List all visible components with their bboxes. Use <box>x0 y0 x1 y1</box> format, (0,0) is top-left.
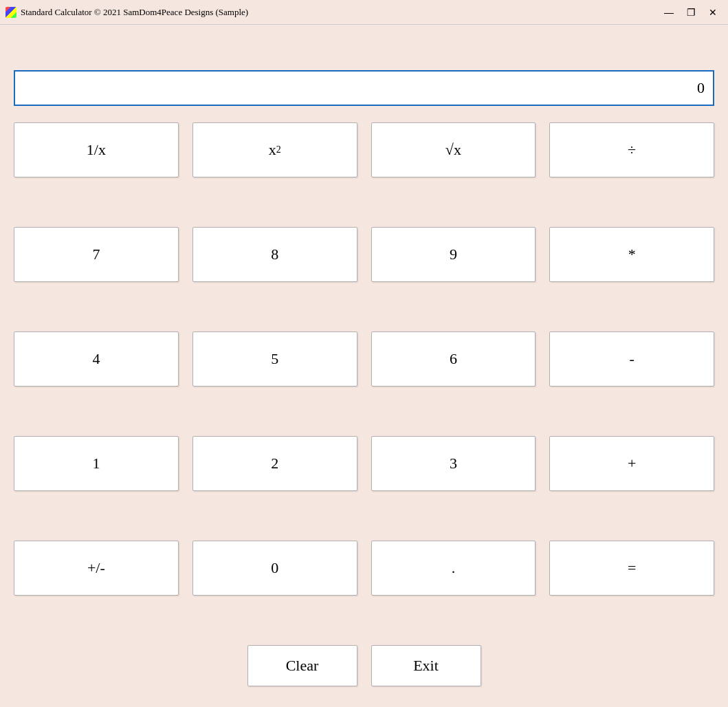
nine-button[interactable]: 9 <box>371 227 536 282</box>
window-title: Standard Calculator © 2021 SamDom4Peace … <box>21 7 248 18</box>
title-bar-left: Standard Calculator © 2021 SamDom4Peace … <box>5 7 248 18</box>
divide-button[interactable]: ÷ <box>549 122 714 177</box>
two-button[interactable]: 2 <box>192 436 357 491</box>
main-display: 0 <box>14 70 714 106</box>
app-icon <box>5 7 16 18</box>
four-button[interactable]: 4 <box>14 331 179 387</box>
multiply-button[interactable]: * <box>549 227 714 282</box>
clear-button[interactable]: Clear <box>247 645 357 686</box>
three-button[interactable]: 3 <box>371 436 536 491</box>
negate-button[interactable]: +/- <box>14 541 179 596</box>
display-value: 0 <box>697 79 705 97</box>
zero-button[interactable]: 0 <box>192 541 357 596</box>
eight-button[interactable]: 8 <box>192 227 357 282</box>
main-content: 0 1/x x2 √x ÷ 7 8 9 * 4 5 6 - 1 2 3 + +/… <box>0 25 728 707</box>
square-button[interactable]: x2 <box>192 122 357 177</box>
decimal-button[interactable]: . <box>371 541 536 596</box>
close-button[interactable]: ✕ <box>703 6 723 19</box>
maximize-button[interactable]: ❐ <box>681 6 701 19</box>
button-grid: 1/x x2 √x ÷ 7 8 9 * 4 5 6 - 1 2 3 + +/- … <box>14 122 714 634</box>
bottom-row: Clear Exit <box>14 645 714 693</box>
seven-button[interactable]: 7 <box>14 227 179 282</box>
one-button[interactable]: 1 <box>14 436 179 491</box>
expression-display <box>14 36 714 70</box>
sqrt-button[interactable]: √x <box>371 122 536 177</box>
exit-button[interactable]: Exit <box>371 645 481 686</box>
title-bar-controls: — ❐ ✕ <box>659 6 723 19</box>
reciprocal-button[interactable]: 1/x <box>14 122 179 177</box>
title-bar: Standard Calculator © 2021 SamDom4Peace … <box>0 0 728 25</box>
equals-button[interactable]: = <box>549 541 714 596</box>
five-button[interactable]: 5 <box>192 331 357 387</box>
six-button[interactable]: 6 <box>371 331 536 387</box>
add-button[interactable]: + <box>549 436 714 491</box>
minimize-button[interactable]: — <box>659 6 679 19</box>
subtract-button[interactable]: - <box>549 331 714 387</box>
